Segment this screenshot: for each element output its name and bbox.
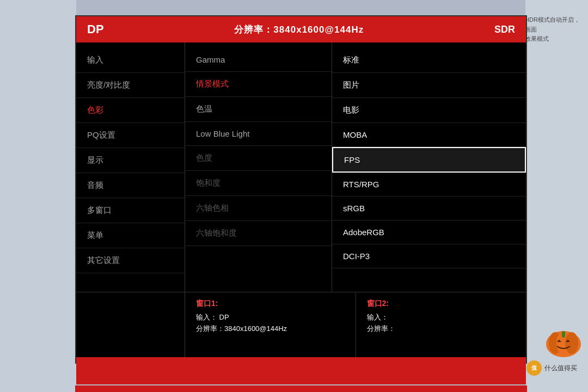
middle-column: Gamma 情景模式 色温 Low Blue Light 色度 饱和度 六轴色相…: [185, 42, 332, 292]
nav-item-menu[interactable]: 菜单: [76, 223, 185, 248]
bottom-left-spacer: [76, 292, 185, 357]
bottom-bar: [75, 385, 527, 392]
middle-item-lowbluelight[interactable]: Low Blue Light: [185, 122, 332, 146]
middle-item-saturation[interactable]: 饱和度: [185, 171, 332, 196]
nav-item-audio[interactable]: 音频: [76, 173, 185, 198]
nav-item-pq[interactable]: PQ设置: [76, 123, 185, 148]
window2-input: 输入：: [367, 312, 516, 323]
osd-bottom-info: 窗口1: 输入： DP 分辨率：3840x1600@144Hz 窗口2: 输入：…: [76, 292, 526, 357]
watermark-badge: 值: [526, 360, 542, 376]
right-item-moba[interactable]: MOBA: [332, 123, 526, 147]
nav-item-display[interactable]: 显示: [76, 148, 185, 173]
window2-title: 窗口2:: [367, 299, 516, 309]
pumpkin-decoration: [542, 316, 585, 359]
side-text-top: HDR模式自动开启，画面效果模式: [525, 15, 584, 44]
middle-item-scene[interactable]: 情景模式: [185, 72, 332, 97]
osd-panel: DP 分辨率：3840x1600@144Hz SDR 输入 亮度/对比度 色彩 …: [75, 15, 527, 364]
window1-input: 输入： DP: [196, 312, 345, 323]
right-item-srgb[interactable]: sRGB: [332, 197, 526, 220]
middle-item-sixaxis-hue[interactable]: 六轴色相: [185, 196, 332, 221]
right-item-rts[interactable]: RTS/RPG: [332, 173, 526, 197]
middle-item-sixaxis-sat[interactable]: 六轴饱和度: [185, 221, 332, 246]
svg-point-3: [565, 332, 578, 354]
middle-item-gamma[interactable]: Gamma: [185, 48, 332, 72]
nav-item-multiwindow[interactable]: 多窗口: [76, 198, 185, 223]
right-item-dcip3[interactable]: DCI-P3: [332, 244, 526, 268]
right-item-standard[interactable]: 标准: [332, 48, 526, 73]
nav-item-other[interactable]: 其它设置: [76, 248, 185, 273]
middle-item-colortemp[interactable]: 色温: [185, 97, 332, 122]
mode-label: SDR: [494, 24, 515, 35]
nav-item-input[interactable]: 输入: [76, 48, 185, 73]
right-item-adobergb[interactable]: AdobeRGB: [332, 220, 526, 244]
window1-title: 窗口1:: [196, 299, 345, 309]
resolution-label: 分辨率：3840x1600@144Hz: [234, 23, 364, 36]
osd-body: 输入 亮度/对比度 色彩 PQ设置 显示 音频 多窗口 菜单 其它设置 Gamm…: [76, 42, 526, 292]
osd-footer: [76, 357, 526, 384]
right-item-fps[interactable]: FPS: [332, 147, 526, 173]
window1-resolution: 分辨率：3840x1600@144Hz: [196, 323, 345, 335]
right-item-movie[interactable]: 电影: [332, 98, 526, 123]
nav-item-brightness[interactable]: 亮度/对比度: [76, 73, 185, 98]
svg-rect-4: [562, 331, 565, 338]
bottom-window2: 窗口2: 输入： 分辨率：: [356, 292, 526, 357]
nav-item-color[interactable]: 色彩: [76, 98, 185, 123]
right-column: 标准 图片 电影 MOBA FPS RTS/RPG sRGB AdobeRGB …: [332, 42, 526, 292]
middle-item-chroma[interactable]: 色度: [185, 146, 332, 171]
nav-column: 输入 亮度/对比度 色彩 PQ设置 显示 音频 多窗口 菜单 其它设置: [76, 42, 185, 292]
window2-resolution: 分辨率：: [367, 323, 516, 335]
input-label: DP: [87, 22, 104, 36]
bg-left: [0, 0, 76, 392]
bottom-window1: 窗口1: 输入： DP 分辨率：3840x1600@144Hz: [185, 292, 356, 357]
osd-header: DP 分辨率：3840x1600@144Hz SDR: [76, 16, 526, 42]
right-item-picture[interactable]: 图片: [332, 73, 526, 98]
watermark: 值 什么值得买: [526, 360, 577, 376]
watermark-text: 什么值得买: [544, 364, 577, 373]
